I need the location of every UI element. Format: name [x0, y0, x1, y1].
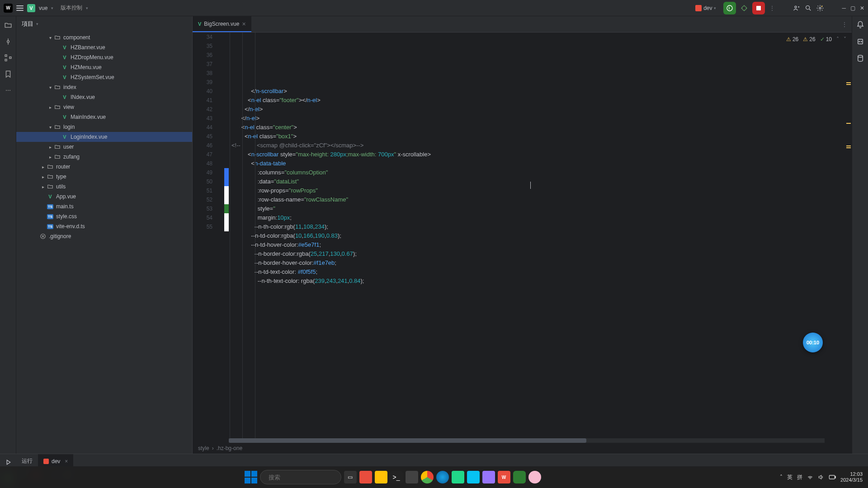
tree-item[interactable]: TSstyle.css [16, 211, 192, 221]
code-with-me-icon[interactable] [793, 5, 800, 12]
tree-item[interactable]: ▾component [16, 33, 192, 42]
tree-item[interactable]: ▸utils [16, 182, 192, 192]
main-menu-icon[interactable] [16, 5, 24, 11]
tree-item[interactable]: VHZMenu.vue [16, 62, 192, 72]
structure-tool-icon[interactable] [4, 53, 13, 62]
folder-icon [46, 164, 54, 170]
tree-item[interactable]: VHZBanner.vue [16, 42, 192, 52]
volume-icon[interactable] [818, 474, 824, 480]
breadcrumb[interactable]: style › .hz-bg-one [193, 443, 852, 454]
app-wechat[interactable] [513, 471, 526, 483]
bookmarks-tool-icon[interactable] [4, 70, 13, 79]
tree-item[interactable]: VHZSystemSet.vue [16, 72, 192, 82]
search-icon[interactable] [805, 5, 812, 12]
app-pycharm[interactable] [452, 471, 464, 483]
tree-item[interactable]: ▾index [16, 82, 192, 92]
horizontal-scrollbar[interactable] [229, 438, 825, 443]
tree-item[interactable]: ▸view [16, 102, 192, 112]
notifications-icon[interactable] [856, 21, 864, 30]
app-terminal[interactable]: >_ [390, 471, 403, 483]
ime-mode[interactable]: 拼 [797, 474, 802, 481]
app-datagrip[interactable] [482, 471, 495, 483]
wifi-icon[interactable] [807, 474, 813, 480]
run-button[interactable] [723, 2, 736, 14]
code-content[interactable]: </n-scrollbar> <n-el class="footer"></n-… [230, 33, 845, 438]
fold-gutter[interactable] [216, 33, 223, 438]
tab-options-icon[interactable]: ⋮ [837, 16, 852, 32]
tree-item[interactable]: TSvite-env.d.ts [16, 221, 192, 231]
chevron-down-icon[interactable]: ▾ [51, 6, 53, 10]
file-tree[interactable]: ▾componentVHZBanner.vueVHZDropMenu.vueVH… [16, 32, 192, 454]
version-control-menu[interactable]: 版本控制 [61, 4, 82, 12]
chevron-down-icon[interactable]: ▾ [86, 6, 88, 10]
app-chrome[interactable] [421, 471, 434, 483]
error-stripe[interactable] [845, 33, 852, 438]
tree-item[interactable]: .gitignore [16, 231, 192, 241]
taskbar-search[interactable] [260, 470, 341, 484]
app-webstorm[interactable] [467, 471, 480, 483]
commit-tool-icon[interactable] [4, 37, 13, 46]
task-view-icon[interactable]: ▭ [344, 471, 357, 483]
debug-icon[interactable] [741, 5, 748, 12]
search-input[interactable] [269, 474, 344, 481]
ai-tool-icon[interactable] [856, 38, 864, 47]
tree-item[interactable]: VApp.vue [16, 192, 192, 202]
recording-badge[interactable]: 00:10 [803, 333, 823, 352]
chevron-up-icon[interactable]: ˄ [836, 36, 839, 42]
tree-item[interactable]: TSmain.ts [16, 202, 192, 211]
close-icon[interactable]: × [242, 20, 245, 28]
vue-icon: V [61, 65, 69, 70]
editor-area: V BigScreen.vue × ⋮ 34353637383940414243… [193, 16, 852, 454]
app-pink[interactable] [528, 471, 541, 483]
project-name[interactable]: vue [39, 5, 47, 11]
app-todesk[interactable] [359, 471, 372, 483]
tree-item[interactable]: ▸user [16, 142, 192, 152]
close-icon[interactable]: × [65, 458, 68, 465]
svg-rect-8 [5, 59, 7, 61]
ime-lang[interactable]: 英 [787, 474, 793, 481]
more-tools-icon[interactable]: ⋯ [4, 86, 13, 95]
svg-point-3 [806, 5, 810, 9]
folder-icon [53, 34, 61, 41]
tree-item[interactable]: VLoginIndex.vue [16, 132, 192, 142]
npm-icon [695, 5, 702, 11]
folder-icon [46, 174, 54, 180]
tree-item[interactable]: ▸zufang [16, 152, 192, 162]
minimize-icon[interactable]: ─ [842, 5, 846, 11]
app-wps[interactable]: W [498, 471, 510, 483]
tree-label: MainIndex.vue [71, 114, 106, 120]
tray-chevron-icon[interactable]: ˄ [780, 474, 783, 480]
tree-item[interactable]: ▸type [16, 172, 192, 182]
stop-button[interactable] [752, 2, 765, 14]
maximize-icon[interactable]: ▢ [850, 5, 855, 11]
tree-item[interactable]: ▾login [16, 122, 192, 132]
ts-icon: TS [46, 204, 54, 209]
close-icon[interactable]: ✕ [860, 5, 864, 11]
app-edge[interactable] [436, 471, 449, 483]
system-tray[interactable]: ˄ 英 拼 12:03 2024/3/15 [780, 471, 863, 483]
database-tool-icon[interactable] [856, 54, 864, 64]
tree-item[interactable]: ▸router [16, 162, 192, 172]
svg-point-14 [858, 55, 863, 57]
tree-item[interactable]: VMainIndex.vue [16, 112, 192, 122]
tree-item[interactable]: VHZDropMenu.vue [16, 52, 192, 62]
code-editor[interactable]: 3435363738394041424344454647484950515253… [193, 33, 852, 438]
folder-icon [53, 84, 61, 90]
more-icon[interactable]: ⋮ [769, 5, 775, 11]
clock[interactable]: 12:03 2024/3/15 [840, 471, 863, 483]
project-panel-header[interactable]: 項目 ▾ [16, 16, 192, 32]
marker-gutter [223, 33, 230, 438]
line-gutter[interactable]: 3435363738394041424344454647484950515253… [193, 33, 216, 438]
settings-icon[interactable] [816, 5, 824, 12]
chevron-down-icon[interactable]: ˅ [844, 36, 846, 42]
tree-item[interactable]: VINdex.vue [16, 92, 192, 102]
tab-bigscreen[interactable]: V BigScreen.vue × [193, 16, 251, 32]
app-notepad[interactable] [406, 471, 418, 483]
run-config-selector[interactable]: dev ▾ [693, 4, 719, 12]
app-explorer[interactable] [375, 471, 387, 483]
typo-icon: ✓ [820, 36, 825, 42]
start-button[interactable] [245, 471, 257, 483]
battery-icon[interactable] [829, 474, 836, 480]
inspection-widget[interactable]: ⚠26 ⚠26 ✓10 ˄ ˅ [786, 36, 846, 42]
project-tool-icon[interactable] [4, 21, 13, 30]
